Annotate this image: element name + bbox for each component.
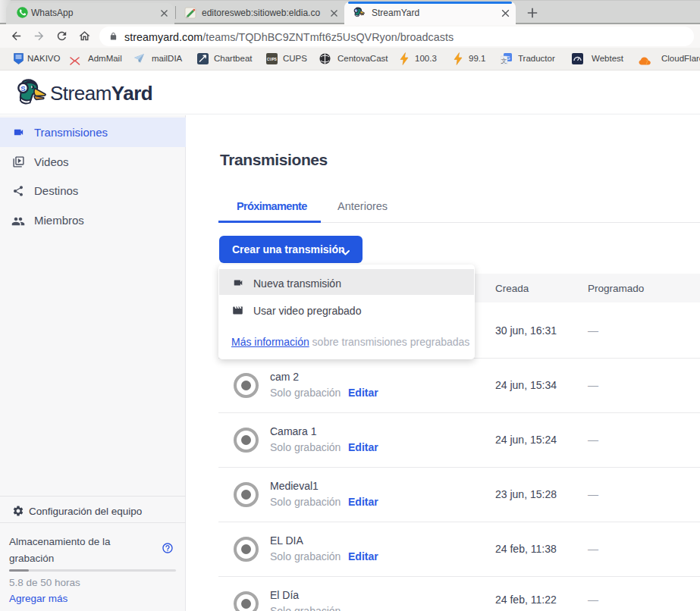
svg-text:CUPS: CUPS <box>267 58 277 61</box>
svg-text:S: S <box>20 84 25 92</box>
svg-text:文: 文 <box>501 58 507 64</box>
svg-text:S: S <box>355 8 357 12</box>
